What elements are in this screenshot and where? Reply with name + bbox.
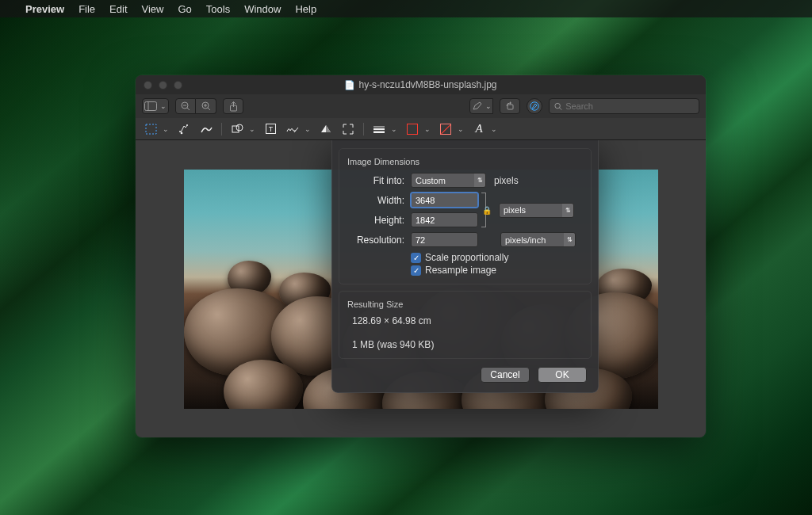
line-style-icon[interactable]	[372, 122, 386, 136]
svg-point-19	[181, 132, 183, 134]
shapes-icon[interactable]	[230, 122, 244, 136]
window-titlebar: 📄hy-s-nczu1dvM8B8-unsplash.jpg	[136, 75, 706, 94]
height-label: Height:	[349, 215, 404, 226]
cancel-button[interactable]: Cancel	[481, 367, 530, 383]
menu-go[interactable]: Go	[178, 3, 191, 15]
checkbox-checked-icon: ✓	[411, 265, 421, 276]
svg-point-20	[179, 131, 181, 132]
share-button[interactable]	[223, 98, 243, 114]
search-field[interactable]	[549, 98, 699, 114]
adjust-size-dialog: Image Dimensions Fit into: Custom⇅ pixel…	[331, 140, 599, 393]
instant-alpha-icon[interactable]	[177, 122, 191, 136]
svg-text:T: T	[268, 125, 273, 133]
rotate-button[interactable]	[500, 98, 520, 114]
svg-line-25	[294, 128, 298, 132]
markup-toolbar: ⌄ ⌄ T ⌄ ⌄ ⌄ ⌄ A⌄	[136, 118, 706, 140]
svg-rect-21	[232, 126, 239, 132]
zoom-out-button[interactable]	[175, 98, 196, 114]
border-color-icon[interactable]	[405, 122, 419, 136]
sign-icon[interactable]	[285, 122, 300, 136]
fit-into-unit: pixels	[494, 175, 519, 186]
svg-point-15	[555, 103, 560, 108]
resulting-size-group: Resulting Size 128.69 × 64.98 cm 1 MB (w…	[339, 291, 592, 359]
result-filesize: 1 MB (was 940 KB)	[352, 339, 581, 350]
menu-help[interactable]: Help	[295, 3, 316, 15]
result-dimensions: 128.69 × 64.98 cm	[352, 315, 581, 326]
window-title: 📄hy-s-nczu1dvM8B8-unsplash.jpg	[136, 79, 706, 90]
wh-unit-select[interactable]: pixels⇅	[499, 203, 574, 218]
fit-into-select[interactable]: Custom⇅	[411, 173, 486, 188]
menu-file[interactable]: File	[79, 3, 95, 15]
document-filename: hy-s-nczu1dvM8B8-unsplash.jpg	[358, 79, 496, 90]
resolution-input[interactable]	[411, 232, 478, 247]
width-label: Width:	[349, 195, 404, 206]
ok-button[interactable]: OK	[538, 367, 587, 383]
resolution-label: Resolution:	[349, 235, 404, 246]
svg-line-3	[187, 108, 190, 110]
text-style-icon[interactable]: A	[472, 122, 486, 136]
svg-rect-12	[508, 105, 513, 109]
sidebar-toggle-button[interactable]: ⌄	[142, 98, 169, 114]
scale-proportionally-checkbox[interactable]: ✓ Scale proportionally	[411, 252, 581, 263]
svg-marker-27	[326, 125, 331, 132]
resample-image-checkbox[interactable]: ✓ Resample image	[411, 265, 581, 276]
image-canvas: Image Dimensions Fit into: Custom⇅ pixel…	[136, 140, 706, 437]
search-icon	[554, 102, 562, 111]
sketch-icon[interactable]	[199, 122, 213, 136]
image-dimensions-title: Image Dimensions	[347, 157, 581, 166]
checkbox-checked-icon: ✓	[411, 253, 421, 263]
app-menu[interactable]: Preview	[25, 3, 64, 15]
resolution-unit-select[interactable]: pixels/inch⇅	[500, 232, 576, 247]
zoom-in-button[interactable]	[196, 98, 216, 114]
svg-marker-13	[510, 101, 511, 105]
svg-marker-11	[473, 102, 481, 109]
menu-view[interactable]: View	[142, 3, 164, 15]
search-input[interactable]	[565, 101, 694, 111]
height-input[interactable]	[411, 212, 478, 227]
svg-point-22	[236, 124, 243, 131]
selection-tool-icon[interactable]	[144, 122, 158, 136]
svg-point-18	[186, 124, 188, 126]
svg-point-14	[530, 102, 538, 110]
text-icon[interactable]: T	[263, 122, 278, 136]
svg-rect-0	[145, 102, 157, 111]
menu-edit[interactable]: Edit	[109, 3, 127, 15]
svg-rect-17	[146, 124, 156, 134]
menu-window[interactable]: Window	[244, 3, 281, 15]
adjust-color-icon[interactable]	[319, 122, 333, 136]
markup-toggle-button[interactable]	[527, 98, 542, 114]
svg-line-16	[559, 107, 561, 109]
highlight-button[interactable]: ⌄	[469, 98, 493, 114]
preview-window: 📄hy-s-nczu1dvM8B8-unsplash.jpg ⌄ ⌄	[136, 75, 706, 437]
menu-tools[interactable]: Tools	[206, 3, 230, 15]
window-toolbar: ⌄ ⌄	[136, 94, 706, 118]
resulting-size-title: Resulting Size	[347, 299, 581, 309]
adjust-size-icon[interactable]	[341, 122, 355, 136]
lock-icon[interactable]: 🔒	[482, 206, 492, 215]
fit-into-label: Fit into:	[349, 175, 404, 186]
svg-line-6	[208, 108, 210, 110]
macos-menubar: Preview File Edit View Go Tools Window H…	[0, 0, 812, 17]
image-dimensions-group: Image Dimensions Fit into: Custom⇅ pixel…	[339, 148, 592, 284]
document-icon: 📄	[344, 80, 355, 90]
fill-color-icon[interactable]	[439, 122, 453, 136]
width-input[interactable]	[411, 193, 478, 208]
